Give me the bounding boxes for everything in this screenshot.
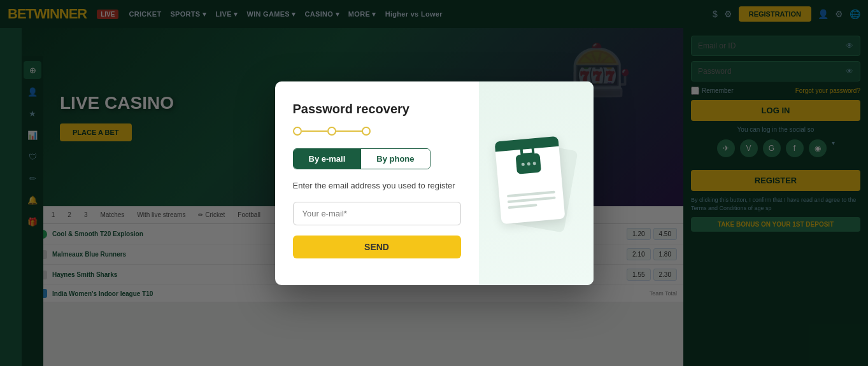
card-line-3 [508, 204, 537, 209]
step-line-1 [302, 130, 327, 132]
lock-dot-1 [521, 162, 524, 165]
recovery-method-tabs: By e-mail By phone [293, 148, 430, 169]
step-1 [293, 127, 302, 136]
card-front [494, 136, 565, 223]
step-3 [362, 127, 371, 136]
tab-by-email[interactable]: By e-mail [294, 149, 361, 169]
lock-illustration [495, 132, 578, 234]
lock-icon-wrap [515, 153, 541, 174]
lock-dots [521, 161, 536, 165]
card-line-2 [507, 196, 555, 203]
tab-by-phone[interactable]: By phone [360, 149, 429, 169]
modal-illustration [479, 81, 594, 285]
lock-dot-3 [532, 161, 535, 164]
card-line-1 [506, 190, 555, 197]
lock-dot-2 [527, 162, 530, 165]
lock-body [515, 153, 541, 174]
modal-left: × Password recovery By e-mail By phone E… [275, 81, 479, 285]
modal-description: Enter the email address you used to regi… [293, 179, 461, 192]
steps-indicator [293, 127, 461, 136]
send-button[interactable]: SEND [293, 236, 461, 258]
password-recovery-modal: × Password recovery By e-mail By phone E… [275, 81, 594, 285]
modal-overlay[interactable]: × Password recovery By e-mail By phone E… [0, 0, 868, 366]
step-2 [327, 127, 336, 136]
email-input[interactable] [293, 202, 461, 225]
card-lines [506, 190, 556, 212]
step-line-2 [336, 130, 362, 132]
modal-title: Password recovery [293, 102, 461, 116]
